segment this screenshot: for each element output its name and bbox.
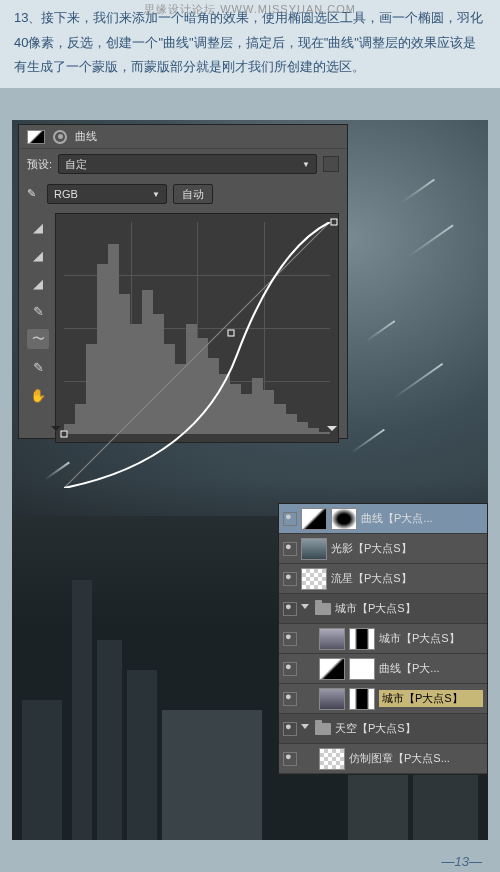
- expand-icon[interactable]: [301, 724, 309, 733]
- curve-tool-icon[interactable]: 〜: [27, 329, 49, 349]
- layer-thumbnail[interactable]: [319, 658, 345, 680]
- curve-point[interactable]: [227, 329, 234, 336]
- preset-label: 预设:: [27, 157, 52, 172]
- layer-row[interactable]: 仿制图章【P大点S...: [279, 744, 487, 774]
- preset-dropdown[interactable]: 自定▼: [58, 154, 317, 174]
- layer-visibility-icon[interactable]: [283, 542, 297, 556]
- auto-button[interactable]: 自动: [173, 184, 213, 204]
- folder-icon: [315, 723, 331, 735]
- layer-thumbnail[interactable]: [301, 508, 327, 530]
- hand-tool-icon[interactable]: ✋: [27, 385, 49, 405]
- curves-panel: 曲线 预设: 自定▼ ✎ RGB▼ 自动 ◢ ◢ ◢ ✎ 〜 ✎ ✋: [18, 124, 348, 439]
- layer-row[interactable]: 曲线【P大点...: [279, 504, 487, 534]
- layer-name: 曲线【P大...: [379, 661, 483, 676]
- layer-thumbnail[interactable]: [319, 748, 345, 770]
- layer-thumbnail[interactable]: [301, 568, 327, 590]
- visibility-eye-icon[interactable]: [53, 130, 67, 144]
- white-point-eyedropper-icon[interactable]: ◢: [27, 273, 49, 293]
- layer-row[interactable]: 城市【P大点S】: [279, 594, 487, 624]
- layer-visibility-icon[interactable]: [283, 662, 297, 676]
- black-slider[interactable]: [51, 426, 61, 436]
- eyedropper-icon[interactable]: ✎: [27, 187, 41, 201]
- layer-mask-thumbnail[interactable]: [349, 658, 375, 680]
- gray-point-eyedropper-icon[interactable]: ◢: [27, 245, 49, 265]
- chevron-down-icon: ▼: [152, 190, 160, 199]
- layer-name: 曲线【P大点...: [361, 511, 483, 526]
- layer-row[interactable]: 曲线【P大...: [279, 654, 487, 684]
- layer-row[interactable]: 城市【P大点S】: [279, 684, 487, 714]
- layer-mask-thumbnail[interactable]: [331, 508, 357, 530]
- layer-name: 仿制图章【P大点S...: [349, 751, 483, 766]
- page-number: —13—: [442, 854, 482, 869]
- watermark: 思缘设计论坛 WWW.MISSYUAN.COM: [144, 2, 356, 17]
- layer-visibility-icon[interactable]: [283, 752, 297, 766]
- curve-point[interactable]: [61, 431, 68, 438]
- layer-row[interactable]: 流星【P大点S】: [279, 564, 487, 594]
- expand-icon[interactable]: [301, 604, 309, 613]
- layer-thumbnail[interactable]: [319, 688, 345, 710]
- folder-icon: [315, 603, 331, 615]
- layer-name: 天空【P大点S】: [335, 721, 483, 736]
- white-slider[interactable]: [327, 426, 337, 436]
- layer-name: 流星【P大点S】: [331, 571, 483, 586]
- layer-mask-thumbnail[interactable]: [349, 628, 375, 650]
- layer-thumbnail[interactable]: [301, 538, 327, 560]
- layer-name: 光影【P大点S】: [331, 541, 483, 556]
- layer-visibility-icon[interactable]: [283, 572, 297, 586]
- layer-thumbnail[interactable]: [319, 628, 345, 650]
- curves-adjustment-icon: [27, 130, 45, 144]
- layer-row[interactable]: 光影【P大点S】: [279, 534, 487, 564]
- edit-points-icon[interactable]: ✎: [27, 301, 49, 321]
- layer-visibility-icon[interactable]: [283, 602, 297, 616]
- panel-title: 曲线: [75, 129, 97, 144]
- layer-mask-thumbnail[interactable]: [349, 688, 375, 710]
- channel-dropdown[interactable]: RGB▼: [47, 184, 167, 204]
- black-point-eyedropper-icon[interactable]: ◢: [27, 217, 49, 237]
- layer-name: 城市【P大点S】: [379, 690, 483, 707]
- curves-toolbar: ◢ ◢ ◢ ✎ 〜 ✎ ✋: [27, 213, 49, 443]
- layer-row[interactable]: 城市【P大点S】: [279, 624, 487, 654]
- layers-panel: 曲线【P大点...光影【P大点S】流星【P大点S】城市【P大点S】城市【P大点S…: [278, 503, 488, 775]
- chevron-down-icon: ▼: [302, 160, 310, 169]
- layer-visibility-icon[interactable]: [283, 722, 297, 736]
- pencil-tool-icon[interactable]: ✎: [27, 357, 49, 377]
- layer-visibility-icon[interactable]: [283, 692, 297, 706]
- curves-graph[interactable]: [55, 213, 339, 443]
- layer-name: 城市【P大点S】: [335, 601, 483, 616]
- layer-row[interactable]: 天空【P大点S】: [279, 714, 487, 744]
- layer-visibility-icon[interactable]: [283, 512, 297, 526]
- layer-name: 城市【P大点S】: [379, 631, 483, 646]
- layer-visibility-icon[interactable]: [283, 632, 297, 646]
- preset-menu-icon[interactable]: [323, 156, 339, 172]
- curve-point[interactable]: [331, 219, 338, 226]
